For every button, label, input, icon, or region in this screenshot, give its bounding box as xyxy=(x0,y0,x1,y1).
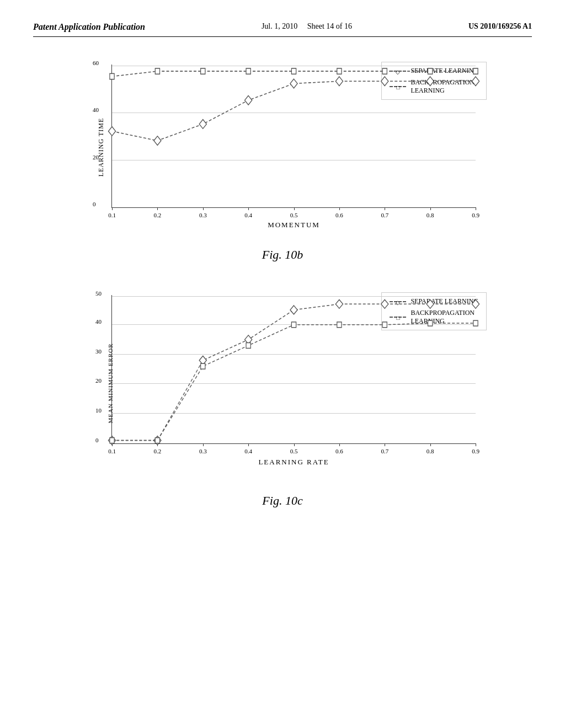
x-tick-02: 0.2 xyxy=(154,212,162,218)
svg-rect-8 xyxy=(473,68,478,74)
chart1-title: Fig. 10b xyxy=(262,248,303,262)
chart-fig10c-section: ◇ SEPARATE LEARNING □ BACKPROPAGATIONLEA… xyxy=(33,284,532,508)
svg-marker-23 xyxy=(335,299,343,308)
chart1-y-label: LEARNING TIME xyxy=(97,118,105,176)
chart1-x-label: MOMENTUM xyxy=(268,221,320,229)
y2-tick-10: 10 xyxy=(95,407,102,414)
publication-date: Jul. 1, 2010 xyxy=(262,22,297,30)
svg-rect-3 xyxy=(246,68,250,74)
v-tick-1 xyxy=(112,207,113,210)
svg-rect-4 xyxy=(291,68,296,74)
chart2-x-label: LEARNING RATE xyxy=(258,458,329,467)
svg-rect-1 xyxy=(155,68,159,74)
x2-tick-07: 0.7 xyxy=(381,448,388,454)
svg-marker-10 xyxy=(154,136,161,146)
x2-tick-06: 0.6 xyxy=(335,448,343,454)
x2-tick-09: 0.9 xyxy=(472,448,479,454)
patent-number: US 2010/169256 A1 xyxy=(468,22,532,31)
svg-rect-30 xyxy=(246,342,250,348)
v2-tick-3 xyxy=(203,443,204,446)
svg-marker-16 xyxy=(427,77,434,86)
v-tick-3 xyxy=(203,207,204,210)
svg-rect-33 xyxy=(382,322,387,328)
x-tick-06: 0.6 xyxy=(335,212,343,218)
svg-rect-29 xyxy=(201,363,205,369)
svg-rect-2 xyxy=(201,68,205,74)
publication-title: Patent Application Publication xyxy=(33,22,145,32)
chart2-area: 0 10 20 30 40 50 0.1 0.2 0.3 0.4 0.5 0.6 xyxy=(111,295,476,444)
svg-rect-6 xyxy=(382,68,387,74)
x2-tick-01: 0.1 xyxy=(108,448,116,454)
chart-fig10c: ◇ SEPARATE LEARNING □ BACKPROPAGATIONLEA… xyxy=(67,290,498,477)
header: Patent Application Publication Jul. 1, 2… xyxy=(33,22,532,37)
v-tick-5 xyxy=(294,207,295,210)
chart-fig10b-section: ◇ SEPARATE LEARNING □ BACKPROPAGATIONLEA… xyxy=(33,53,532,262)
x2-tick-05: 0.5 xyxy=(290,448,298,454)
y-tick-0: 0 xyxy=(93,201,96,207)
y-tick-60: 60 xyxy=(93,60,99,66)
x-tick-01: 0.1 xyxy=(108,212,116,218)
svg-marker-12 xyxy=(245,95,252,105)
y2-tick-20: 20 xyxy=(95,377,102,384)
header-center: Jul. 1, 2010 Sheet 14 of 16 xyxy=(262,22,352,31)
chart1-area: 0 20 40 60 0.1 0.2 0.3 0.4 0.5 0.6 0.7 0… xyxy=(111,65,476,208)
svg-rect-7 xyxy=(428,68,433,74)
y-tick-40: 40 xyxy=(93,106,99,113)
svg-rect-0 xyxy=(110,73,114,79)
sheet-info: Sheet 14 of 16 xyxy=(307,22,352,30)
y-tick-20: 20 xyxy=(93,154,99,160)
svg-rect-34 xyxy=(428,320,433,326)
svg-marker-24 xyxy=(381,299,388,308)
svg-marker-13 xyxy=(290,79,297,88)
x2-tick-04: 0.4 xyxy=(244,448,252,454)
v2-tick-5 xyxy=(294,443,295,446)
svg-marker-9 xyxy=(108,127,115,136)
y2-tick-40: 40 xyxy=(95,318,102,325)
svg-rect-28 xyxy=(155,438,159,443)
svg-marker-14 xyxy=(335,77,343,86)
v2-tick-6 xyxy=(339,443,340,446)
svg-marker-11 xyxy=(199,120,206,129)
y2-tick-0: 0 xyxy=(95,437,99,443)
y2-tick-50: 50 xyxy=(95,290,102,297)
chart2-backprop-line xyxy=(112,323,476,441)
page: Patent Application Publication Jul. 1, 2… xyxy=(0,0,565,728)
y2-tick-30: 30 xyxy=(95,348,102,355)
v-tick-8 xyxy=(430,207,431,210)
v-tick-9 xyxy=(476,207,476,210)
x-tick-05: 0.5 xyxy=(290,212,298,218)
v2-tick-7 xyxy=(385,443,385,446)
v2-tick-9 xyxy=(476,443,476,446)
x-tick-04: 0.4 xyxy=(244,212,252,218)
x-tick-03: 0.3 xyxy=(199,212,207,218)
x-tick-09: 0.9 xyxy=(472,212,479,218)
svg-rect-35 xyxy=(473,320,478,326)
svg-rect-32 xyxy=(337,322,342,328)
svg-marker-22 xyxy=(290,306,297,314)
chart2-svg xyxy=(112,295,476,443)
chart1-svg xyxy=(112,65,476,207)
chart2-title: Fig. 10c xyxy=(262,494,302,508)
v-tick-6 xyxy=(339,207,340,210)
svg-marker-25 xyxy=(427,299,434,308)
x2-tick-03: 0.3 xyxy=(199,448,207,454)
v-tick-4 xyxy=(248,207,249,210)
x2-tick-02: 0.2 xyxy=(154,448,162,454)
v2-tick-4 xyxy=(248,443,249,446)
x2-tick-08: 0.8 xyxy=(427,448,434,454)
svg-rect-31 xyxy=(291,322,296,328)
x-tick-07: 0.7 xyxy=(381,212,388,218)
svg-rect-5 xyxy=(337,68,342,74)
chart-fig10b: ◇ SEPARATE LEARNING □ BACKPROPAGATIONLEA… xyxy=(67,59,498,235)
v-tick-7 xyxy=(385,207,385,210)
svg-marker-15 xyxy=(381,77,388,86)
x-tick-08: 0.8 xyxy=(427,212,434,218)
svg-rect-27 xyxy=(110,438,114,443)
separate-line xyxy=(112,81,476,141)
v-tick-2 xyxy=(157,207,158,210)
v2-tick-8 xyxy=(430,443,431,446)
